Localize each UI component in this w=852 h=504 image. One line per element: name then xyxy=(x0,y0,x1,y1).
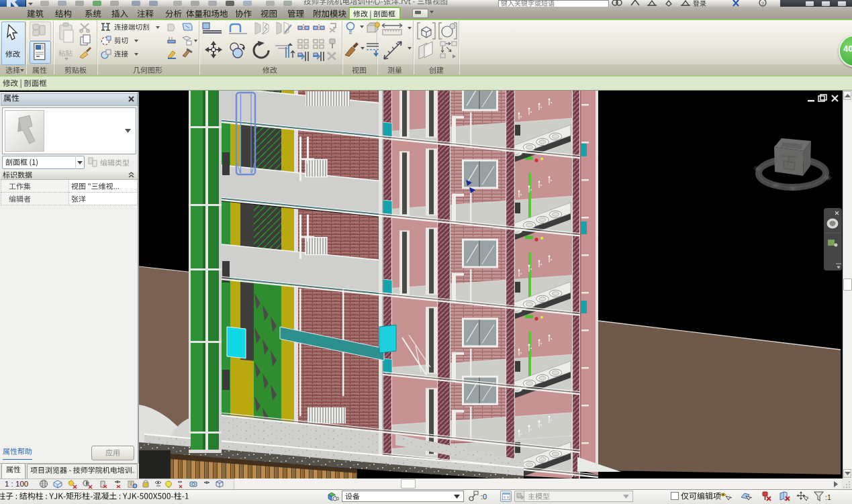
svg-text:?: ? xyxy=(761,1,765,7)
